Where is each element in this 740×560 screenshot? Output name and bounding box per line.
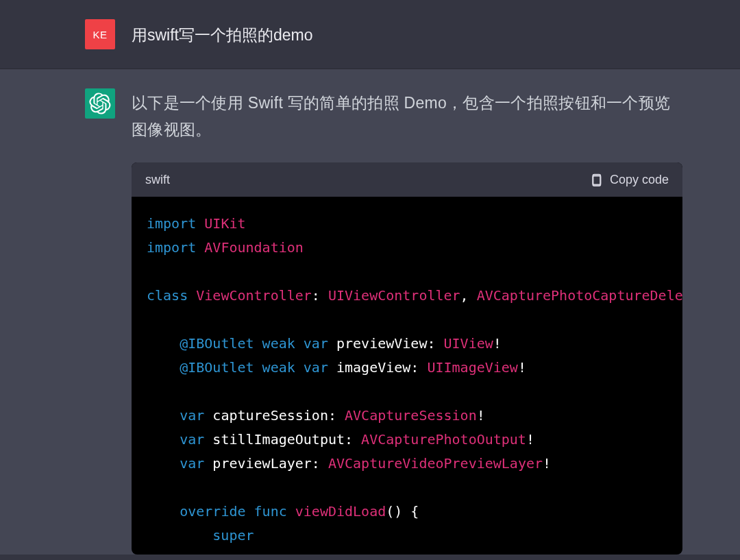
code-token: weak	[262, 335, 295, 352]
code-token: var	[304, 335, 328, 352]
code-token: :	[328, 407, 345, 424]
code-token: import	[147, 239, 196, 256]
assistant-row-inner: 以下是一个使用 Swift 写的简单的拍照 Demo，包含一个拍照按钮和一个预览…	[41, 88, 699, 555]
code-token: AVCaptureVideoPreviewLayer	[328, 455, 543, 472]
code-token: stillImageOutput	[212, 431, 345, 448]
code-token: import	[147, 215, 196, 232]
code-token: captureSession	[212, 407, 328, 424]
code-token: var	[180, 407, 204, 424]
code-token: :	[410, 359, 427, 376]
code-language-label: swift	[145, 173, 170, 187]
clipboard-icon	[588, 172, 603, 187]
code-token: AVCapturePhotoOutput	[361, 431, 526, 448]
copy-code-button[interactable]: Copy code	[588, 172, 669, 187]
code-token: !	[493, 335, 502, 352]
user-message-text: 用swift写一个拍照的demo	[132, 19, 313, 47]
assistant-avatar	[85, 88, 115, 119]
code-token: func	[254, 503, 287, 520]
code-token: UIKit	[204, 215, 245, 232]
code-token: ,	[460, 287, 477, 304]
code-block: swift Copy code import UIKit import AVFo…	[132, 162, 682, 555]
code-token: previewView	[336, 335, 427, 352]
code-token: var	[304, 359, 328, 376]
user-avatar: KE	[85, 19, 115, 49]
code-token: imageView	[336, 359, 410, 376]
code-token: !	[543, 455, 551, 472]
code-token: !	[518, 359, 526, 376]
assistant-content: 以下是一个使用 Swift 写的简单的拍照 Demo，包含一个拍照按钮和一个预览…	[132, 88, 682, 555]
code-token: var	[180, 455, 204, 472]
assistant-message-row: 以下是一个使用 Swift 写的简单的拍照 Demo，包含一个拍照按钮和一个预览…	[0, 69, 740, 555]
openai-logo-icon	[89, 93, 111, 114]
code-token: UIView	[444, 335, 493, 352]
user-message-row: KE 用swift写一个拍照的demo	[0, 0, 740, 69]
code-header: swift Copy code	[132, 162, 682, 197]
code-token: UIViewController	[328, 287, 460, 304]
code-token: :	[345, 431, 361, 448]
code-token: AVCaptureSession	[345, 407, 477, 424]
code-token: viewDidLoad	[295, 503, 386, 520]
code-token: :	[312, 455, 328, 472]
user-row-inner: KE 用swift写一个拍照的demo	[41, 19, 699, 49]
code-token: weak	[262, 359, 295, 376]
code-token: AVFoundation	[204, 239, 304, 256]
code-token: AVCapturePhotoCaptureDele	[477, 287, 682, 304]
code-token: ViewController	[196, 287, 312, 304]
code-token: override	[180, 503, 245, 520]
code-token: UIImageView	[427, 359, 517, 376]
copy-code-label: Copy code	[610, 173, 669, 187]
code-token: ()	[386, 503, 402, 520]
code-token: var	[180, 431, 204, 448]
code-body[interactable]: import UIKit import AVFoundation class V…	[132, 197, 682, 555]
code-token: {	[402, 503, 419, 520]
code-token: super	[212, 527, 254, 544]
code-token: @IBOutlet	[180, 335, 254, 352]
code-token: :	[312, 287, 328, 304]
code-token: :	[427, 335, 443, 352]
code-token: !	[477, 407, 485, 424]
code-token: @IBOutlet	[180, 359, 254, 376]
code-token: !	[526, 431, 534, 448]
code-token: previewLayer	[212, 455, 312, 472]
assistant-intro-text: 以下是一个使用 Swift 写的简单的拍照 Demo，包含一个拍照按钮和一个预览…	[132, 88, 682, 143]
code-token: class	[147, 287, 188, 304]
